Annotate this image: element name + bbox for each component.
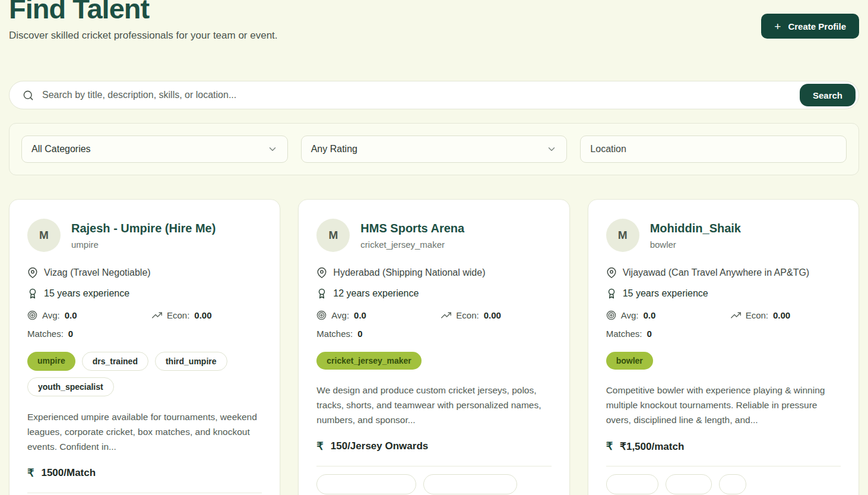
experience-row: 12 years experience xyxy=(316,288,551,299)
econ-stat: Econ: 0.00 xyxy=(731,310,791,320)
card-divider xyxy=(27,493,262,493)
plus-icon: + xyxy=(774,21,781,32)
search-bar: Search xyxy=(9,81,859,109)
tag-pill: bowler xyxy=(606,352,653,370)
card-footer-buttons xyxy=(606,474,841,494)
talent-username: umpire xyxy=(71,239,216,250)
card-header-text: HMS Sports Arena cricket_jersey_maker xyxy=(360,222,464,250)
location-row: Vijayawad (Can Travel Anywhere in AP&TG) xyxy=(606,267,841,278)
talent-description: We design and produce custom cricket jer… xyxy=(316,383,551,427)
card-header-text: Rajesh - Umpire (Hire Me) umpire xyxy=(71,222,216,250)
experience-row: 15 years experience xyxy=(606,288,841,299)
talent-card-grid: M Rajesh - Umpire (Hire Me) umpire Vizag… xyxy=(9,199,859,495)
tags-row: bowler xyxy=(606,352,841,370)
matches-stat: Matches: 0 xyxy=(606,329,841,339)
tag-pill: youth_specialist xyxy=(27,377,114,396)
tag-pill: third_umpire xyxy=(155,352,227,371)
card-footer-button[interactable] xyxy=(316,474,416,494)
location-pin-icon xyxy=(316,267,327,278)
avg-value: 0.0 xyxy=(354,310,366,320)
experience-text: 12 years experience xyxy=(333,288,419,299)
experience-row: 15 years experience xyxy=(27,288,262,299)
avg-label: Avg: xyxy=(331,310,349,320)
chevron-down-icon xyxy=(546,144,557,155)
card-footer-buttons xyxy=(316,474,551,494)
matches-label: Matches: xyxy=(316,329,353,339)
avatar: M xyxy=(316,219,350,252)
location-row: Vizag (Travel Negotiable) xyxy=(27,267,262,278)
page-title: Find Talent xyxy=(9,0,278,25)
tag-pill: drs_trained xyxy=(82,352,148,371)
price-row: ₹ 1500/Match xyxy=(27,466,262,480)
rupee-icon: ₹ xyxy=(27,466,34,480)
chevron-down-icon xyxy=(267,144,278,155)
talent-card: M Rajesh - Umpire (Hire Me) umpire Vizag… xyxy=(9,199,280,495)
rating-select[interactable]: Any Rating xyxy=(301,135,568,163)
location-text: Vizag (Travel Negotiable) xyxy=(44,267,151,278)
avg-value: 0.0 xyxy=(65,310,77,320)
talent-name: Mohiddin_Shaik xyxy=(650,222,741,235)
location-filter-input[interactable] xyxy=(580,135,847,163)
tag-pill: cricket_jersey_maker xyxy=(316,352,421,370)
location-row: Hyderabad (Shipping National wide) xyxy=(316,267,551,278)
page-header: Find Talent Discover skilled cricket pro… xyxy=(9,0,859,42)
price-row: ₹ 150/Jersey Onwards xyxy=(316,440,551,453)
talent-description: Competitive bowler with experience playi… xyxy=(606,383,841,427)
avatar: M xyxy=(27,219,61,252)
search-input[interactable] xyxy=(34,90,800,100)
award-icon xyxy=(606,288,617,299)
award-icon xyxy=(27,288,38,299)
avg-stat: Avg: 0.0 xyxy=(27,310,152,320)
avg-value: 0.0 xyxy=(643,310,655,320)
search-button[interactable]: Search xyxy=(800,84,856,106)
rupee-icon: ₹ xyxy=(606,440,613,453)
location-text: Vijayawad (Can Travel Anywhere in AP&TG) xyxy=(623,267,810,278)
price-text: 1500/Match xyxy=(41,467,96,479)
matches-label: Matches: xyxy=(27,329,64,339)
price-text: 150/Jersey Onwards xyxy=(331,440,428,452)
card-divider xyxy=(316,466,551,466)
econ-label: Econ: xyxy=(746,310,768,320)
avg-label: Avg: xyxy=(42,310,60,320)
category-select[interactable]: All Categories xyxy=(21,135,288,163)
trending-up-icon xyxy=(731,310,741,320)
create-profile-button[interactable]: + Create Profile xyxy=(761,14,859,39)
rating-selected-value: Any Rating xyxy=(311,144,547,155)
avg-stat: Avg: 0.0 xyxy=(316,310,441,320)
price-row: ₹ ₹1,500/match xyxy=(606,440,841,453)
card-header: M HMS Sports Arena cricket_jersey_maker xyxy=(316,219,551,252)
avatar: M xyxy=(606,219,639,252)
tags-row: cricket_jersey_maker xyxy=(316,352,551,370)
avg-label: Avg: xyxy=(621,310,639,320)
econ-value: 0.00 xyxy=(194,310,211,320)
experience-text: 15 years experience xyxy=(623,288,708,299)
award-icon xyxy=(316,288,327,299)
location-pin-icon xyxy=(27,267,38,278)
page-header-text: Find Talent Discover skilled cricket pro… xyxy=(9,0,278,42)
target-icon xyxy=(316,310,327,320)
econ-label: Econ: xyxy=(456,310,479,320)
tags-row: umpire drs_trained third_umpire youth_sp… xyxy=(27,352,262,396)
category-selected-value: All Categories xyxy=(31,144,267,155)
card-footer-button[interactable] xyxy=(666,474,712,494)
location-text: Hyderabad (Shipping National wide) xyxy=(333,267,485,278)
talent-card: M HMS Sports Arena cricket_jersey_maker … xyxy=(298,199,569,495)
rupee-icon: ₹ xyxy=(316,440,323,453)
avg-stat: Avg: 0.0 xyxy=(606,310,731,320)
talent-description: Experienced umpire available for tournam… xyxy=(27,409,262,454)
card-footer-button[interactable] xyxy=(719,474,746,494)
talent-username: cricket_jersey_maker xyxy=(360,239,464,250)
find-talent-page: Find Talent Discover skilled cricket pro… xyxy=(0,0,868,495)
target-icon xyxy=(27,310,37,320)
card-footer-button[interactable] xyxy=(606,474,658,494)
location-pin-icon xyxy=(606,267,617,278)
econ-value: 0.00 xyxy=(773,310,790,320)
talent-username: bowler xyxy=(650,239,741,250)
econ-value: 0.00 xyxy=(484,310,501,320)
create-profile-label: Create Profile xyxy=(788,21,846,31)
card-footer-button[interactable] xyxy=(423,474,517,494)
trending-up-icon xyxy=(441,310,451,320)
matches-value: 0 xyxy=(68,329,73,339)
econ-stat: Econ: 0.00 xyxy=(441,310,501,320)
matches-stat: Matches: 0 xyxy=(316,329,551,339)
